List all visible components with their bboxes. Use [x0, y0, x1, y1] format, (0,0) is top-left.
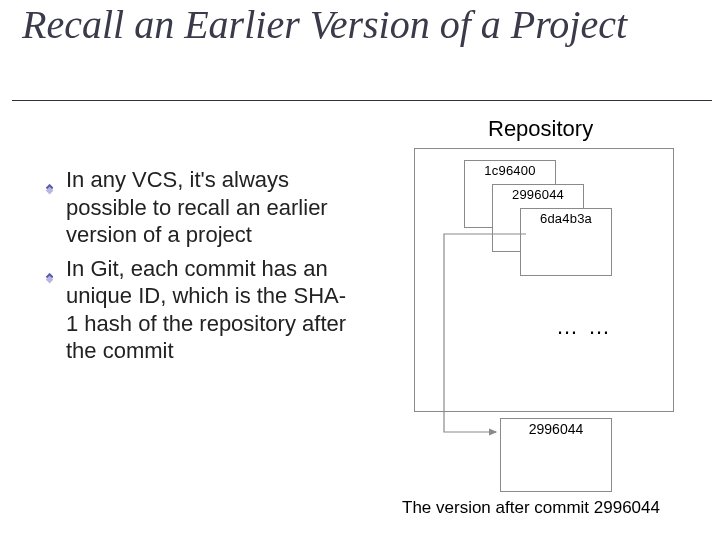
snapshot-id: 2996044 [493, 187, 583, 202]
bullet-item: In any VCS, it's always possible to reca… [42, 166, 352, 249]
snapshot-box: 6da4b3a [520, 208, 612, 276]
snapshot-id: 6da4b3a [521, 211, 611, 226]
diamond-bullet-icon [42, 174, 53, 185]
bullet-list: In any VCS, it's always possible to reca… [42, 166, 352, 371]
diamond-bullet-icon [42, 263, 53, 274]
caption-text: The version after commit 2996044 [402, 498, 660, 518]
bullet-text: In any VCS, it's always possible to reca… [66, 167, 328, 247]
title-underline [12, 100, 712, 101]
recalled-version-id: 2996044 [501, 421, 611, 437]
bullet-item: In Git, each commit has an unique ID, wh… [42, 255, 352, 365]
bullet-text: In Git, each commit has an unique ID, wh… [66, 256, 346, 364]
slide: Recall an Earlier Version of a Project I… [0, 0, 720, 540]
snapshot-id: 1c96400 [465, 163, 555, 178]
repository-label: Repository [488, 116, 593, 142]
ellipsis: … … [556, 314, 612, 340]
slide-title: Recall an Earlier Version of a Project [22, 4, 682, 46]
recalled-version-box: 2996044 [500, 418, 612, 492]
